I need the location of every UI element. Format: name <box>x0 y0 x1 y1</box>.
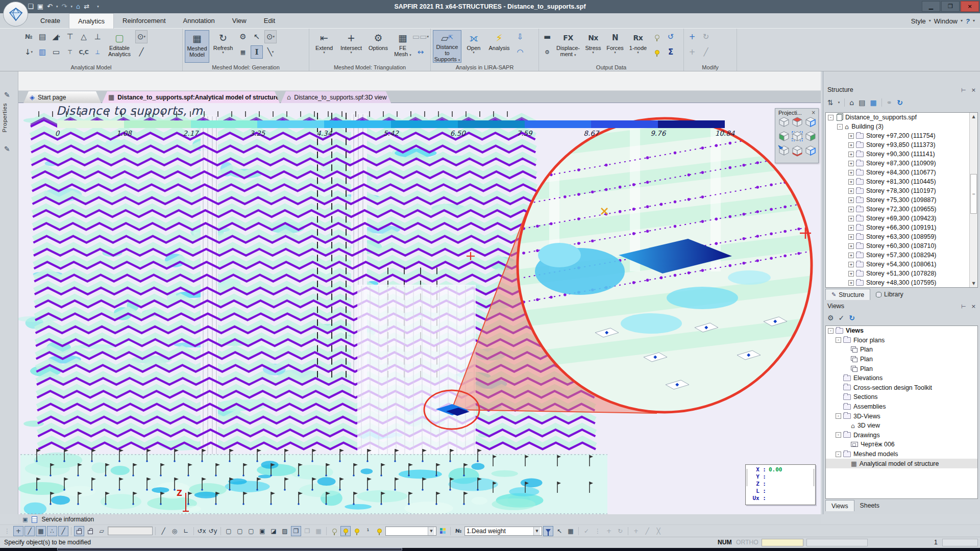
collapse-icon[interactable]: - <box>828 328 834 334</box>
sum-results-icon[interactable]: Σ <box>665 45 677 59</box>
lamp-off-icon[interactable] <box>329 526 339 536</box>
displacement-button[interactable]: FX Displace- ment ▾ <box>555 30 581 63</box>
view-settings-icon[interactable]: ⚙ <box>827 314 834 322</box>
building-home-icon[interactable]: ⌂ <box>849 98 854 107</box>
expand-icon[interactable]: + <box>848 207 854 212</box>
projection-arrow-icon[interactable] <box>778 145 789 155</box>
tree-item-storey[interactable]: + Storey +48,300 (107595) <box>826 278 977 287</box>
tree-item-building[interactable]: - ⌂ Building (3) <box>826 122 977 131</box>
pin-icon[interactable]: ⊥ <box>960 304 967 309</box>
stiffness-cc-icon[interactable]: C,C <box>78 45 90 59</box>
grid-view-icon[interactable]: ▦ <box>313 526 324 536</box>
views-tree-item[interactable]: Sections <box>826 392 977 402</box>
snap-line-icon[interactable]: ╱ <box>58 526 68 536</box>
ribbon-tab[interactable]: Reinforcement <box>114 13 175 29</box>
collapse-icon[interactable]: - <box>836 337 841 343</box>
select-filter-icon[interactable]: ↖ <box>554 526 565 536</box>
projection-plain-icon[interactable] <box>779 117 789 127</box>
box-section-icon[interactable]: ▨ <box>280 526 290 536</box>
views-tree-item[interactable]: -Drawings <box>826 431 977 440</box>
tree-item-storey[interactable]: + Storey +78,300 (110197) <box>826 186 977 195</box>
properties-pencil-icon[interactable]: ✎ <box>4 91 10 99</box>
tree-item-storey[interactable]: + Storey +90,300 (111141) <box>826 149 977 159</box>
terrain-icon[interactable]: ◢▾ <box>50 30 62 43</box>
views-tree-item[interactable]: -Views <box>826 326 977 336</box>
tree-item-root[interactable]: - Distance_to_supports.spf <box>826 113 977 122</box>
tab-3d-view[interactable]: ⌂ Distance_to_supports.spf:3D view <box>281 91 391 103</box>
views-tree-item[interactable]: Elevations <box>826 373 977 383</box>
views-close-icon[interactable]: × <box>971 303 976 310</box>
node-tool-icon[interactable]: ⊙▾ <box>264 30 277 43</box>
lamp-number-icon[interactable]: ¹ <box>363 526 373 536</box>
style-menu[interactable]: Style <box>911 17 926 25</box>
mosaic-display-icon[interactable] <box>437 526 448 536</box>
views-tree-item[interactable]: Cross-section design Toolkit <box>826 383 977 393</box>
collapse-icon[interactable]: - <box>828 115 834 120</box>
tab-analytical-model[interactable]: ▦ Distance_to_supports.spf:Analytical mo… <box>102 91 280 103</box>
expand-icon[interactable]: + <box>848 152 854 157</box>
num-indicator[interactable]: NUM <box>718 539 732 546</box>
coordinate-input[interactable] <box>108 527 153 535</box>
views-tree-item[interactable]: Plan <box>826 345 977 355</box>
structure-tree[interactable]: - Distance_to_supports.spf - ⌂ Building … <box>825 112 978 288</box>
ribbon-tab[interactable]: Annotation <box>175 13 224 29</box>
expand-icon[interactable]: + <box>848 216 854 221</box>
expand-icon[interactable]: + <box>848 225 854 231</box>
projection-double-icon[interactable] <box>806 146 815 155</box>
sort-icon[interactable]: ⇅ <box>827 98 834 107</box>
app-logo[interactable] <box>3 2 28 27</box>
ribbon-tab[interactable]: Analytics <box>69 13 114 29</box>
refresh-button[interactable]: ↻ Refresh ▾ <box>211 30 235 63</box>
bridge-icon[interactable]: ◠ <box>514 45 526 59</box>
ribbon-tab[interactable]: Create <box>32 13 69 29</box>
panels-icon[interactable]: ▭▭▾ <box>414 30 427 43</box>
meshed-model-toggle[interactable]: ▦ Meshed Model <box>185 30 209 63</box>
extend-button[interactable]: ⇤ Extend▾ <box>311 30 337 63</box>
tab-structure[interactable]: ✎ Structure <box>825 289 870 300</box>
collapse-icon[interactable]: - <box>836 432 841 438</box>
expand-icon[interactable]: + <box>848 234 854 240</box>
mesh-regenerate-icon[interactable]: ▦ <box>237 45 249 59</box>
rotate-icon[interactable]: ↻ <box>700 30 712 43</box>
properties-vertical-label[interactable]: Properties <box>2 103 8 132</box>
expand-icon[interactable]: + <box>848 142 854 148</box>
lamp-layers-icon[interactable] <box>374 526 384 536</box>
ribbon-tab[interactable]: Edit <box>255 13 284 29</box>
window-grid-icon[interactable]: ▣ <box>22 516 28 523</box>
pick-cursor-icon[interactable]: ↖ <box>251 30 263 43</box>
assign-numbers-icon[interactable]: № <box>22 30 35 43</box>
tree-item-storey[interactable]: + Storey +72,300 (109655) <box>826 205 977 214</box>
scroll-down-icon[interactable]: ▼ <box>970 280 977 287</box>
target-icon[interactable]: ◎ <box>169 526 180 536</box>
graph-lamp-icon[interactable] <box>651 30 663 43</box>
projection-bottom-icon[interactable] <box>793 146 802 156</box>
distance-to-supports-button[interactable]: ▱⇱ Distance to Supports ▾ <box>433 30 461 63</box>
refresh-views-icon[interactable]: ↻ <box>849 314 855 322</box>
span-arrows-icon[interactable]: ↔ <box>414 45 427 59</box>
pile-icon[interactable]: ▥ <box>36 45 48 59</box>
service-info-label[interactable]: Service information <box>41 516 94 523</box>
forces-button[interactable]: N Forces▾ <box>605 30 625 63</box>
analysis-button[interactable]: ⚡ Analysis <box>486 30 512 63</box>
confirm-home-icon[interactable]: ✓ <box>581 526 592 536</box>
editable-analytics-button[interactable]: ▢ Editable Analytics <box>105 30 134 63</box>
support-post-icon[interactable]: ⊤ <box>64 30 76 43</box>
lamp-on-icon[interactable] <box>352 526 362 536</box>
mirror2-icon[interactable]: ╳ <box>653 526 664 536</box>
table-filter-icon[interactable]: ▦ <box>566 526 576 536</box>
lock-open-icon[interactable] <box>85 526 95 536</box>
views-tree-item[interactable]: ⌂3D view <box>826 421 977 431</box>
model-viewport[interactable]: Z Distance to supports, m 01.082.173.254… <box>18 103 821 514</box>
mirror1-icon[interactable]: ╱ <box>642 526 652 536</box>
section-plane-icon[interactable]: ⊙▾ <box>135 30 148 43</box>
box-shaded-icon[interactable]: ▢ <box>235 526 245 536</box>
options-button[interactable]: ⚙ Options <box>365 30 391 63</box>
pin-icon[interactable]: ⊥ <box>960 87 967 92</box>
combo-caret-icon[interactable]: ▼ <box>533 527 540 535</box>
tree-item-storey[interactable]: + Storey +51,300 (107828) <box>826 269 977 278</box>
elastic-support-icon[interactable]: ⊥ <box>91 45 104 59</box>
structure-scrollbar[interactable]: ▲ ≡ ▼ <box>969 113 977 287</box>
views-tree-item[interactable]: Plan <box>826 364 977 373</box>
projection-dash-icon[interactable] <box>792 132 802 141</box>
scroll-up-icon[interactable]: ▲ <box>970 113 977 120</box>
